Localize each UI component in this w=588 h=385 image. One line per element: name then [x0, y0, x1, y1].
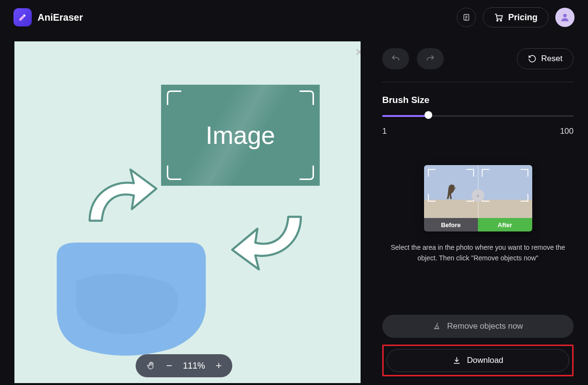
brush-max: 100: [560, 127, 574, 136]
reset-label: Reset: [541, 54, 563, 64]
notes-icon[interactable]: [457, 8, 476, 27]
before-side: Before: [424, 165, 478, 231]
image-placeholder: Image: [161, 85, 320, 186]
brand: AniEraser: [13, 8, 83, 26]
zoom-in-button[interactable]: +: [216, 359, 222, 372]
slider-range-labels: 1 100: [382, 127, 574, 136]
divider: [382, 82, 574, 82]
pan-hand-icon[interactable]: [146, 361, 156, 371]
svg-point-0: [497, 20, 498, 21]
before-label: Before: [424, 218, 478, 231]
remove-objects-button[interactable]: Remove objects now: [382, 315, 574, 338]
svg-point-1: [500, 20, 502, 21]
reset-button[interactable]: Reset: [517, 48, 574, 69]
header-actions: Pricing: [457, 7, 575, 27]
cart-icon: [494, 13, 503, 22]
brush-size-label: Brush Size: [382, 95, 574, 105]
app-header: AniEraser Pricing: [0, 0, 588, 35]
download-highlight: Download: [382, 345, 574, 376]
brand-name: AniEraser: [38, 12, 83, 23]
preview-block: Before After › Select the area in the ph…: [382, 165, 574, 315]
history-buttons: [382, 48, 444, 69]
close-icon[interactable]: ✕: [355, 46, 361, 59]
undo-button[interactable]: [382, 48, 409, 69]
swap-arrow-icon: [231, 199, 315, 283]
bird-icon: [442, 180, 460, 201]
compare-handle-icon[interactable]: ›: [472, 189, 484, 202]
instruction-text: Select the area in the photo where you w…: [387, 242, 569, 264]
app-logo-icon: [13, 8, 32, 26]
pricing-button[interactable]: Pricing: [483, 7, 549, 27]
user-avatar[interactable]: [555, 8, 575, 27]
zoom-out-button[interactable]: −: [166, 359, 173, 372]
side-panel: Reset Brush Size 1 100: [368, 35, 588, 385]
redo-button[interactable]: [417, 48, 444, 69]
download-icon: [452, 356, 461, 365]
svg-point-2: [563, 14, 566, 17]
slider-thumb[interactable]: [425, 111, 432, 119]
before-after-preview: Before After ›: [424, 165, 532, 231]
main-layout: ✕ Image: [0, 35, 588, 385]
image-placeholder-label: Image: [206, 121, 275, 150]
result-shape: [52, 238, 211, 358]
reset-icon: [528, 54, 537, 63]
download-button[interactable]: Download: [387, 349, 569, 372]
after-side: After: [478, 165, 532, 231]
swap-arrow-icon: [76, 156, 158, 238]
zoom-toolbar: − 111% +: [136, 354, 233, 377]
panel-top-row: Reset: [382, 48, 574, 69]
canvas-area: ✕ Image: [0, 35, 368, 385]
broom-icon: [433, 322, 441, 331]
brush-min: 1: [382, 127, 387, 136]
zoom-value: 111%: [183, 361, 205, 371]
action-buttons: Remove objects now Download: [382, 315, 574, 376]
brush-size-slider[interactable]: [382, 114, 574, 118]
download-label: Download: [467, 356, 503, 365]
remove-label: Remove objects now: [447, 321, 523, 331]
pricing-label: Pricing: [508, 13, 538, 23]
canvas[interactable]: ✕ Image: [14, 41, 361, 383]
after-label: After: [478, 218, 532, 231]
